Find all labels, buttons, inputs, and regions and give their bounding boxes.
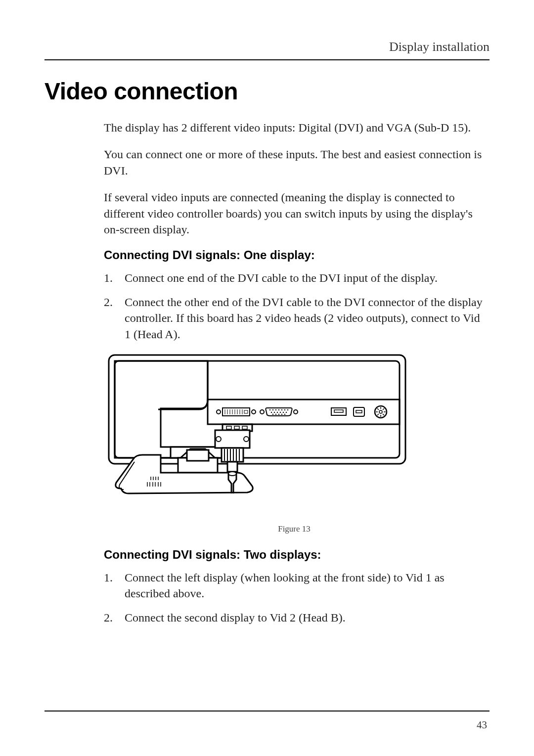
- intro-paragraph-1: The display has 2 different video inputs…: [104, 120, 485, 135]
- list-item: 1. Connect the left display (when lookin…: [104, 570, 485, 602]
- list-item-text: Connect the second display to Vid 2 (Hea…: [125, 610, 485, 625]
- svg-rect-1: [115, 361, 400, 458]
- svg-point-75: [216, 437, 221, 442]
- svg-point-17: [275, 409, 276, 410]
- svg-point-3: [217, 410, 221, 414]
- list-item-number: 2.: [104, 610, 125, 625]
- intro-paragraph-3: If several video inputs are connected (m…: [104, 189, 485, 237]
- svg-line-46: [383, 408, 384, 410]
- figure-13: [104, 350, 485, 510]
- svg-point-16: [272, 409, 273, 410]
- svg-rect-37: [356, 410, 362, 413]
- list-item-text: Connect the left display (when looking a…: [125, 570, 485, 602]
- svg-point-27: [286, 412, 287, 413]
- list-item-text: Connect one end of the DVI cable to the …: [125, 270, 485, 286]
- header-section-label: Display installation: [44, 40, 490, 54]
- svg-line-45: [377, 414, 379, 415]
- svg-rect-36: [354, 407, 364, 416]
- svg-rect-50: [234, 426, 239, 429]
- svg-point-23: [274, 412, 275, 413]
- svg-point-20: [284, 409, 285, 410]
- svg-point-31: [281, 414, 282, 415]
- svg-rect-12: [244, 410, 248, 413]
- svg-rect-54: [187, 450, 209, 461]
- monitor-back-illustration-icon: [104, 350, 410, 508]
- svg-point-28: [272, 414, 273, 415]
- subheading-one-display: Connecting DVI signals: One display:: [104, 248, 485, 262]
- svg-point-25: [280, 412, 281, 413]
- svg-rect-0: [109, 355, 405, 464]
- svg-point-21: [287, 409, 288, 410]
- svg-line-43: [377, 408, 379, 410]
- subheading-two-displays: Connecting DVI signals: Two displays:: [104, 548, 485, 562]
- svg-rect-49: [226, 426, 231, 429]
- svg-point-15: [269, 409, 270, 410]
- list-item-number: 1.: [104, 270, 125, 286]
- list-item: 2. Connect the other end of the DVI cabl…: [104, 294, 485, 342]
- svg-point-30: [278, 414, 279, 415]
- svg-point-76: [244, 437, 249, 442]
- list-item: 2. Connect the second display to Vid 2 (…: [104, 610, 485, 625]
- svg-point-13: [252, 410, 256, 414]
- list-item-number: 1.: [104, 570, 125, 602]
- svg-point-29: [275, 414, 276, 415]
- svg-point-33: [294, 410, 298, 414]
- intro-paragraph-2: You can connect one or more of these inp…: [104, 146, 485, 178]
- svg-rect-51: [242, 426, 247, 429]
- svg-point-74: [228, 472, 236, 476]
- svg-rect-35: [334, 410, 343, 412]
- footer-rule: [44, 711, 490, 712]
- page-number: 43: [477, 719, 487, 731]
- svg-point-18: [278, 409, 279, 410]
- svg-point-47: [379, 410, 382, 413]
- list-item-number: 2.: [104, 294, 125, 342]
- list-item-text: Connect the other end of the DVI cable t…: [125, 294, 485, 342]
- svg-point-32: [284, 414, 285, 415]
- svg-line-44: [383, 414, 384, 415]
- svg-rect-2: [208, 400, 400, 424]
- svg-point-26: [283, 412, 284, 413]
- list-item: 1. Connect one end of the DVI cable to t…: [104, 270, 485, 286]
- svg-point-19: [281, 409, 282, 410]
- content-area: The display has 2 different video inputs…: [104, 120, 485, 625]
- svg-rect-73: [227, 462, 237, 472]
- svg-point-24: [277, 412, 278, 413]
- svg-point-14: [260, 410, 264, 414]
- figure-caption: Figure 13: [104, 524, 485, 534]
- page-title: Video connection: [44, 78, 490, 105]
- svg-rect-34: [331, 408, 346, 415]
- svg-point-22: [271, 412, 272, 413]
- header-rule: [44, 59, 490, 60]
